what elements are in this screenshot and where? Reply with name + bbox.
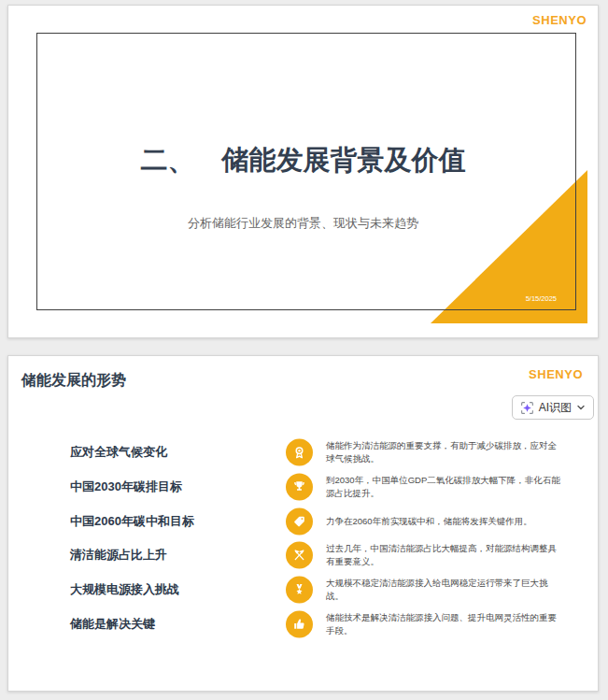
trophy-icon xyxy=(286,473,313,500)
item-description: 过去几年，中国清洁能源占比大幅提高，对能源结构调整具有重要意义。 xyxy=(326,542,563,568)
feature-list: 应对全球气候变化 储能作为清洁能源的重要支撑，有助于减少碳排放，应对全球气候挑战… xyxy=(8,356,598,691)
slide-title: 二、 储能发展背景及价值 xyxy=(8,142,598,179)
brand-logo: SHENYO xyxy=(532,13,587,27)
item-label: 应对全球气候变化 xyxy=(70,444,167,461)
item-description: 到2030年，中国单位GDP二氧化碳排放大幅下降，非化石能源占比提升。 xyxy=(326,474,563,500)
item-description: 大规模不稳定清洁能源接入给电网稳定运行带来了巨大挑战。 xyxy=(326,577,563,603)
slide-date: 5/15/2025 xyxy=(526,294,557,303)
tag-icon xyxy=(286,507,313,535)
award-medal-icon xyxy=(286,438,313,465)
slide-2-canvas[interactable]: SHENYO 储能发展的形势 AI识图 应对全球气候变化 xyxy=(7,355,599,692)
list-item: 大规模电源接入挑战 大规模不稳定清洁能源接入给电网稳定运行带来了巨大挑战。 xyxy=(8,572,598,607)
list-item: 中国2030年碳排目标 到2030年，中国单位GDP二氧化碳排放大幅下降，非化石… xyxy=(8,469,598,504)
list-item: 清洁能源占比上升 过去几年，中国清洁能源占比大幅提高，对能源结构调整具有重要意义… xyxy=(8,537,598,572)
list-item: 应对全球气候变化 储能作为清洁能源的重要支撑，有助于减少碳排放，应对全球气候挑战… xyxy=(8,435,598,469)
crossed-flags-icon xyxy=(286,541,313,568)
list-item: 中国2060年碳中和目标 力争在2060年前实现碳中和，储能将发挥关键作用。 xyxy=(8,504,598,538)
item-label: 中国2060年碳中和目标 xyxy=(70,513,194,530)
corner-triangle-decoration xyxy=(431,170,587,323)
item-label: 中国2030年碳排目标 xyxy=(70,479,182,495)
item-label: 大规模电源接入挑战 xyxy=(70,581,179,598)
item-description: 力争在2060年前实现碳中和，储能将发挥关键作用。 xyxy=(326,515,563,528)
slide-subtitle: 分析储能行业发展的背景、现状与未来趋势 xyxy=(8,215,598,232)
item-description: 储能技术是解决清洁能源接入问题、提升电网灵活性的重要手段。 xyxy=(326,611,563,637)
medal-ribbon-icon xyxy=(286,576,313,603)
item-description: 储能作为清洁能源的重要支撑，有助于减少碳排放，应对全球气候挑战。 xyxy=(326,439,563,465)
list-item: 储能是解决关键 储能技术是解决清洁能源接入问题、提升电网灵活性的重要手段。 xyxy=(8,607,598,641)
item-label: 储能是解决关键 xyxy=(70,616,155,633)
slide-1-canvas[interactable]: SHENYO 二、 储能发展背景及价值 分析储能行业发展的背景、现状与未来趋势 … xyxy=(7,5,599,338)
thumbs-up-icon xyxy=(286,610,313,637)
item-label: 清洁能源占比上升 xyxy=(70,547,167,564)
